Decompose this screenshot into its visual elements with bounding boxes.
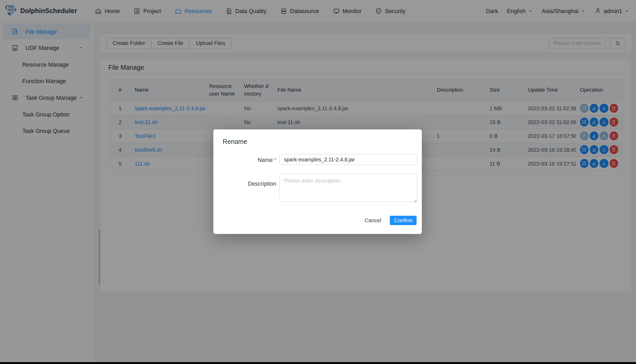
name-input[interactable]: [279, 154, 417, 165]
description-label: Description: [213, 180, 276, 187]
dialog-title: Rename: [223, 138, 247, 146]
required-asterisk: *: [274, 156, 276, 163]
rename-dialog: Rename Name* Description Cancel Confirm: [213, 129, 422, 234]
cancel-button[interactable]: Cancel: [362, 216, 383, 225]
confirm-button[interactable]: Confirm: [390, 216, 417, 225]
description-textarea[interactable]: [279, 174, 417, 202]
app-window: DolphinScheduler Home Project Resources …: [0, 0, 636, 364]
name-label: Name*: [213, 156, 276, 163]
dialog-footer: Cancel Confirm: [362, 216, 417, 225]
